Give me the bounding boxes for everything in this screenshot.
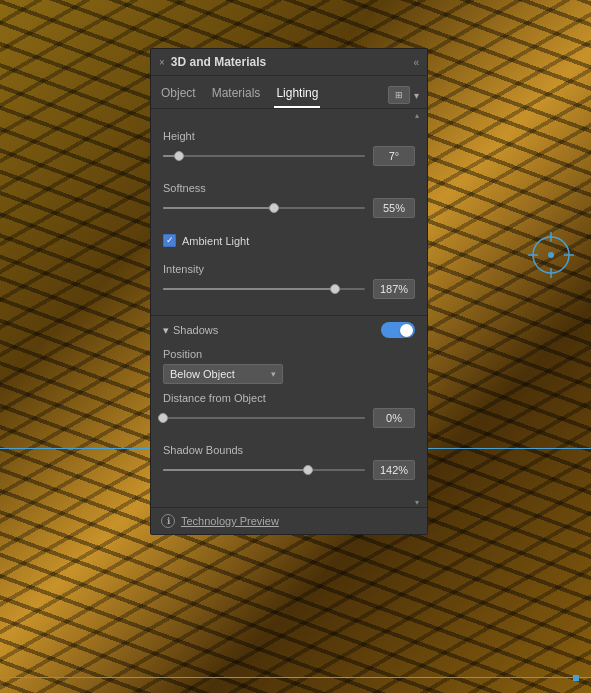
panel-header: × 3D and Materials «: [151, 49, 427, 76]
height-label: Height: [163, 130, 415, 142]
panel-title: 3D and Materials: [171, 55, 266, 69]
softness-label: Softness: [163, 182, 415, 194]
tab-lighting[interactable]: Lighting: [274, 82, 320, 108]
distance-slider-thumb[interactable]: [158, 413, 168, 423]
dropdown-arrow-icon: ▾: [271, 369, 276, 379]
panel-collapse-button[interactable]: «: [413, 57, 419, 68]
grid-icon: ⊞: [395, 90, 403, 100]
tab-icon-area: ⊞ ▾: [388, 86, 419, 104]
shadow-bounds-slider[interactable]: [163, 469, 365, 471]
checkbox-check-icon: ✓: [166, 236, 174, 245]
intensity-slider-row: 187%: [163, 279, 415, 299]
panel-body: Height 7° Softness 55%: [151, 122, 427, 507]
tabs-bar: Object Materials Lighting ⊞ ▾: [151, 76, 427, 109]
softness-slider-fill: [163, 207, 274, 209]
intensity-slider-fill: [163, 288, 335, 290]
height-slider-row: 7°: [163, 146, 415, 166]
distance-section: Distance from Object 0%: [151, 392, 427, 444]
ambient-label: Ambient Light: [182, 235, 249, 247]
shadows-toggle[interactable]: [381, 322, 415, 338]
height-section: Height 7°: [151, 122, 427, 182]
shadow-bounds-label: Shadow Bounds: [163, 444, 415, 456]
intensity-value[interactable]: 187%: [373, 279, 415, 299]
scroll-indicator-bottom: ▾: [151, 496, 427, 507]
softness-value[interactable]: 55%: [373, 198, 415, 218]
crosshair-icon: [526, 230, 576, 280]
intensity-label: Intensity: [163, 263, 415, 275]
intensity-slider-thumb[interactable]: [330, 284, 340, 294]
ambient-section: ✓ Ambient Light: [151, 234, 427, 263]
grid-view-button[interactable]: ⊞: [388, 86, 410, 104]
tech-preview-link[interactable]: Technology Preview: [181, 515, 279, 527]
position-dropdown[interactable]: Below Object ▾: [163, 364, 283, 384]
softness-section: Softness 55%: [151, 182, 427, 234]
softness-slider-thumb[interactable]: [269, 203, 279, 213]
tab-materials[interactable]: Materials: [210, 82, 263, 108]
shadow-bounds-slider-thumb[interactable]: [303, 465, 313, 475]
position-section: Position Below Object ▾: [151, 344, 427, 392]
toggle-thumb: [400, 324, 413, 337]
shadows-label: Shadows: [173, 324, 218, 336]
intensity-section: Intensity 187%: [151, 263, 427, 315]
height-slider[interactable]: [163, 155, 365, 157]
panel-header-left: × 3D and Materials: [159, 55, 266, 69]
position-value: Below Object: [170, 368, 235, 380]
shadow-bounds-slider-fill: [163, 469, 308, 471]
shadows-chevron-icon: ▾: [163, 324, 169, 337]
ambient-checkbox-row: ✓ Ambient Light: [163, 234, 415, 247]
ambient-checkbox[interactable]: ✓: [163, 234, 176, 247]
scroll-indicator-top: ▴: [151, 109, 427, 122]
distance-value[interactable]: 0%: [373, 408, 415, 428]
panel-close-button[interactable]: ×: [159, 57, 165, 68]
tab-object[interactable]: Object: [159, 82, 198, 108]
3d-materials-panel: × 3D and Materials « Object Materials Li…: [150, 48, 428, 535]
info-icon[interactable]: ℹ: [161, 514, 175, 528]
height-slider-thumb[interactable]: [174, 151, 184, 161]
distance-slider[interactable]: [163, 417, 365, 419]
height-value[interactable]: 7°: [373, 146, 415, 166]
softness-slider-row: 55%: [163, 198, 415, 218]
distance-slider-row: 0%: [163, 408, 415, 428]
selection-corner-br: [573, 675, 579, 681]
svg-point-5: [548, 252, 554, 258]
panel-footer: ℹ Technology Preview: [151, 507, 427, 534]
selection-line-bottom: [0, 677, 591, 678]
distance-label: Distance from Object: [163, 392, 415, 404]
softness-slider[interactable]: [163, 207, 365, 209]
shadows-header[interactable]: ▾ Shadows: [151, 316, 427, 344]
intensity-slider[interactable]: [163, 288, 365, 290]
shadows-title: ▾ Shadows: [163, 324, 218, 337]
shadow-bounds-slider-row: 142%: [163, 460, 415, 480]
shadow-bounds-section: Shadow Bounds 142%: [151, 444, 427, 496]
position-label: Position: [163, 348, 415, 360]
shadow-bounds-value[interactable]: 142%: [373, 460, 415, 480]
tab-menu-chevron[interactable]: ▾: [414, 90, 419, 101]
